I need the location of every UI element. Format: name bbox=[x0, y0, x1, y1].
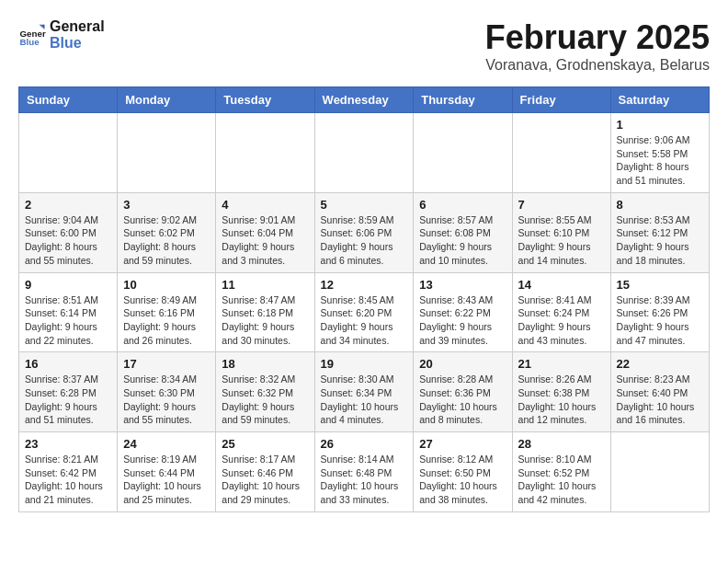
day-number: 12 bbox=[321, 278, 408, 292]
day-number: 1 bbox=[617, 118, 703, 132]
svg-text:Blue: Blue bbox=[20, 37, 40, 47]
calendar-week-row: 23Sunrise: 8:21 AM Sunset: 6:42 PM Dayli… bbox=[19, 432, 710, 512]
weekday-header-sunday: Sunday bbox=[19, 87, 118, 113]
calendar-day-24: 24Sunrise: 8:19 AM Sunset: 6:44 PM Dayli… bbox=[118, 432, 216, 512]
calendar-table: SundayMondayTuesdayWednesdayThursdayFrid… bbox=[18, 86, 710, 512]
calendar-week-row: 1Sunrise: 9:06 AM Sunset: 5:58 PM Daylig… bbox=[19, 113, 710, 193]
day-number: 8 bbox=[617, 198, 703, 212]
day-number: 28 bbox=[518, 437, 605, 451]
weekday-header-friday: Friday bbox=[512, 87, 610, 113]
day-number: 3 bbox=[123, 198, 210, 212]
calendar-day-6: 6Sunrise: 8:57 AM Sunset: 6:08 PM Daylig… bbox=[414, 192, 512, 272]
day-info: Sunrise: 8:43 AM Sunset: 6:22 PM Dayligh… bbox=[419, 293, 506, 348]
calendar-title: February 2025 Voranava, Grodnenskaya, Be… bbox=[485, 18, 710, 74]
day-info: Sunrise: 8:23 AM Sunset: 6:40 PM Dayligh… bbox=[617, 373, 703, 427]
calendar-day-19: 19Sunrise: 8:30 AM Sunset: 6:34 PM Dayli… bbox=[314, 352, 414, 432]
calendar-day-25: 25Sunrise: 8:17 AM Sunset: 6:46 PM Dayli… bbox=[216, 432, 314, 512]
calendar-day-16: 16Sunrise: 8:37 AM Sunset: 6:28 PM Dayli… bbox=[19, 352, 118, 432]
day-number: 23 bbox=[25, 437, 111, 451]
day-info: Sunrise: 8:37 AM Sunset: 6:28 PM Dayligh… bbox=[25, 373, 111, 427]
day-number: 26 bbox=[321, 437, 408, 451]
calendar-day-26: 26Sunrise: 8:14 AM Sunset: 6:48 PM Dayli… bbox=[314, 432, 414, 512]
calendar-day-12: 12Sunrise: 8:45 AM Sunset: 6:20 PM Dayli… bbox=[314, 272, 414, 352]
day-info: Sunrise: 8:30 AM Sunset: 6:34 PM Dayligh… bbox=[321, 373, 408, 427]
calendar-day-8: 8Sunrise: 8:53 AM Sunset: 6:12 PM Daylig… bbox=[610, 192, 709, 272]
day-info: Sunrise: 8:10 AM Sunset: 6:52 PM Dayligh… bbox=[518, 453, 605, 507]
day-number: 24 bbox=[123, 437, 210, 451]
day-number: 11 bbox=[222, 278, 308, 292]
calendar-day-23: 23Sunrise: 8:21 AM Sunset: 6:42 PM Dayli… bbox=[19, 432, 118, 512]
day-info: Sunrise: 8:32 AM Sunset: 6:32 PM Dayligh… bbox=[222, 373, 308, 427]
calendar-day-20: 20Sunrise: 8:28 AM Sunset: 6:36 PM Dayli… bbox=[414, 352, 512, 432]
day-number: 5 bbox=[321, 198, 408, 212]
day-info: Sunrise: 8:34 AM Sunset: 6:30 PM Dayligh… bbox=[123, 373, 210, 427]
day-info: Sunrise: 8:19 AM Sunset: 6:44 PM Dayligh… bbox=[123, 453, 210, 507]
calendar-empty-cell bbox=[414, 113, 512, 193]
calendar-day-27: 27Sunrise: 8:12 AM Sunset: 6:50 PM Dayli… bbox=[414, 432, 512, 512]
logo: General Blue General Blue bbox=[18, 18, 105, 52]
calendar-empty-cell bbox=[118, 113, 216, 193]
calendar-day-1: 1Sunrise: 9:06 AM Sunset: 5:58 PM Daylig… bbox=[610, 113, 709, 193]
calendar-empty-cell bbox=[314, 113, 414, 193]
day-number: 20 bbox=[419, 357, 506, 371]
day-number: 15 bbox=[617, 278, 703, 292]
calendar-day-11: 11Sunrise: 8:47 AM Sunset: 6:18 PM Dayli… bbox=[216, 272, 314, 352]
day-number: 19 bbox=[321, 357, 408, 371]
day-info: Sunrise: 9:01 AM Sunset: 6:04 PM Dayligh… bbox=[222, 213, 308, 268]
calendar-day-10: 10Sunrise: 8:49 AM Sunset: 6:16 PM Dayli… bbox=[118, 272, 216, 352]
calendar-day-13: 13Sunrise: 8:43 AM Sunset: 6:22 PM Dayli… bbox=[414, 272, 512, 352]
day-number: 13 bbox=[419, 278, 506, 292]
weekday-header-tuesday: Tuesday bbox=[216, 87, 314, 113]
day-number: 2 bbox=[25, 198, 111, 212]
calendar-empty-cell bbox=[512, 113, 610, 193]
day-number: 25 bbox=[222, 437, 308, 451]
day-info: Sunrise: 8:53 AM Sunset: 6:12 PM Dayligh… bbox=[617, 213, 703, 268]
day-info: Sunrise: 8:14 AM Sunset: 6:48 PM Dayligh… bbox=[321, 453, 408, 507]
day-info: Sunrise: 8:39 AM Sunset: 6:26 PM Dayligh… bbox=[617, 293, 703, 348]
weekday-header-thursday: Thursday bbox=[414, 87, 512, 113]
day-info: Sunrise: 8:12 AM Sunset: 6:50 PM Dayligh… bbox=[419, 453, 506, 507]
calendar-day-17: 17Sunrise: 8:34 AM Sunset: 6:30 PM Dayli… bbox=[118, 352, 216, 432]
calendar-week-row: 16Sunrise: 8:37 AM Sunset: 6:28 PM Dayli… bbox=[19, 352, 710, 432]
weekday-header-monday: Monday bbox=[118, 87, 216, 113]
day-number: 10 bbox=[123, 278, 210, 292]
logo-icon: General Blue bbox=[18, 21, 46, 49]
calendar-day-14: 14Sunrise: 8:41 AM Sunset: 6:24 PM Dayli… bbox=[512, 272, 610, 352]
day-number: 21 bbox=[518, 357, 605, 371]
calendar-day-21: 21Sunrise: 8:26 AM Sunset: 6:38 PM Dayli… bbox=[512, 352, 610, 432]
day-number: 14 bbox=[518, 278, 605, 292]
location: Voranava, Grodnenskaya, Belarus bbox=[485, 57, 710, 74]
day-info: Sunrise: 8:47 AM Sunset: 6:18 PM Dayligh… bbox=[222, 293, 308, 348]
day-number: 18 bbox=[222, 357, 308, 371]
calendar-day-7: 7Sunrise: 8:55 AM Sunset: 6:10 PM Daylig… bbox=[512, 192, 610, 272]
day-number: 9 bbox=[25, 278, 111, 292]
calendar-day-22: 22Sunrise: 8:23 AM Sunset: 6:40 PM Dayli… bbox=[610, 352, 709, 432]
day-number: 4 bbox=[222, 198, 308, 212]
day-info: Sunrise: 9:02 AM Sunset: 6:02 PM Dayligh… bbox=[123, 213, 210, 268]
calendar-day-2: 2Sunrise: 9:04 AM Sunset: 6:00 PM Daylig… bbox=[19, 192, 118, 272]
day-number: 22 bbox=[617, 357, 703, 371]
day-info: Sunrise: 8:41 AM Sunset: 6:24 PM Dayligh… bbox=[518, 293, 605, 348]
calendar-empty-cell bbox=[216, 113, 314, 193]
calendar-week-row: 2Sunrise: 9:04 AM Sunset: 6:00 PM Daylig… bbox=[19, 192, 710, 272]
calendar-empty-cell bbox=[19, 113, 118, 193]
weekday-header-saturday: Saturday bbox=[610, 87, 709, 113]
weekday-header-row: SundayMondayTuesdayWednesdayThursdayFrid… bbox=[19, 87, 710, 113]
calendar-day-18: 18Sunrise: 8:32 AM Sunset: 6:32 PM Dayli… bbox=[216, 352, 314, 432]
calendar-day-9: 9Sunrise: 8:51 AM Sunset: 6:14 PM Daylig… bbox=[19, 272, 118, 352]
calendar-empty-cell bbox=[610, 432, 709, 512]
day-info: Sunrise: 9:04 AM Sunset: 6:00 PM Dayligh… bbox=[25, 213, 111, 268]
calendar-day-3: 3Sunrise: 9:02 AM Sunset: 6:02 PM Daylig… bbox=[118, 192, 216, 272]
logo-blue: Blue bbox=[50, 35, 105, 52]
calendar-day-5: 5Sunrise: 8:59 AM Sunset: 6:06 PM Daylig… bbox=[314, 192, 414, 272]
month-year: February 2025 bbox=[485, 18, 710, 57]
day-info: Sunrise: 8:21 AM Sunset: 6:42 PM Dayligh… bbox=[25, 453, 111, 507]
day-number: 16 bbox=[25, 357, 111, 371]
calendar-day-15: 15Sunrise: 8:39 AM Sunset: 6:26 PM Dayli… bbox=[610, 272, 709, 352]
calendar-day-4: 4Sunrise: 9:01 AM Sunset: 6:04 PM Daylig… bbox=[216, 192, 314, 272]
day-info: Sunrise: 8:45 AM Sunset: 6:20 PM Dayligh… bbox=[321, 293, 408, 348]
day-number: 7 bbox=[518, 198, 605, 212]
day-info: Sunrise: 8:49 AM Sunset: 6:16 PM Dayligh… bbox=[123, 293, 210, 348]
day-number: 6 bbox=[419, 198, 506, 212]
day-info: Sunrise: 8:59 AM Sunset: 6:06 PM Dayligh… bbox=[321, 213, 408, 268]
